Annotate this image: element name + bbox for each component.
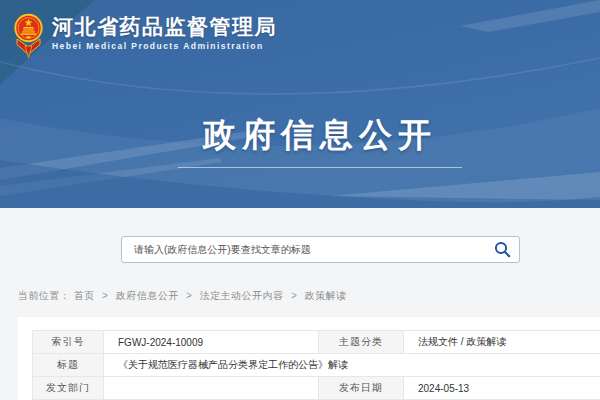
table-row: 标题 《关于规范医疗器械产品分类界定工作的公告》解读 bbox=[33, 354, 600, 377]
national-emblem-icon bbox=[13, 13, 44, 58]
issuing-department-label: 发文部门 bbox=[33, 377, 104, 400]
breadcrumb-item-gov-info[interactable]: 政府信息公开 bbox=[116, 290, 179, 301]
search-button[interactable] bbox=[485, 237, 519, 262]
title-label: 标题 bbox=[33, 354, 104, 377]
publish-date-value: 2024-05-13 bbox=[404, 377, 600, 400]
publish-date-label: 发布日期 bbox=[319, 377, 404, 400]
breadcrumb-separator: > bbox=[186, 290, 192, 301]
org-name-en: Hebei Medical Products Administration bbox=[52, 41, 277, 51]
breadcrumb-label: 当前位置： bbox=[18, 290, 71, 301]
topic-category-value: 法规文件 / 政策解读 bbox=[404, 331, 600, 354]
topic-category-label: 主题分类 bbox=[319, 331, 404, 354]
content-panel: 索引号 FGWJ-2024-10009 主题分类 法规文件 / 政策解读 标题 … bbox=[18, 317, 600, 400]
breadcrumb-separator: > bbox=[291, 290, 297, 301]
breadcrumb-item-policy-interpretation: 政策解读 bbox=[305, 290, 347, 301]
search-input[interactable] bbox=[122, 237, 485, 262]
index-number-value: FGWJ-2024-10009 bbox=[104, 331, 319, 354]
breadcrumb-item-home[interactable]: 首页 bbox=[74, 290, 95, 301]
title-value: 《关于规范医疗器械产品分类界定工作的公告》解读 bbox=[104, 354, 600, 377]
site-logo[interactable]: 河北省药品监督管理局 Hebei Medical Products Admini… bbox=[13, 13, 277, 58]
page: 河北省药品监督管理局 Hebei Medical Products Admini… bbox=[0, 0, 600, 400]
breadcrumb: 当前位置： 首页 > 政府信息公开 > 法定主动公开内容 > 政策解读 bbox=[18, 289, 347, 303]
org-name-zh: 河北省药品监督管理局 bbox=[52, 16, 277, 38]
banner: 政府信息公开 bbox=[0, 113, 600, 168]
search-bar bbox=[121, 236, 520, 263]
site-title-block: 河北省药品监督管理局 Hebei Medical Products Admini… bbox=[52, 13, 277, 51]
issuing-department-value bbox=[104, 377, 319, 400]
index-number-label: 索引号 bbox=[33, 331, 104, 354]
document-info-table: 索引号 FGWJ-2024-10009 主题分类 法规文件 / 政策解读 标题 … bbox=[32, 330, 600, 400]
table-row: 发文部门 发布日期 2024-05-13 bbox=[33, 377, 600, 400]
site-header: 河北省药品监督管理局 Hebei Medical Products Admini… bbox=[0, 0, 600, 208]
banner-underline bbox=[178, 167, 462, 168]
breadcrumb-separator: > bbox=[102, 290, 108, 301]
banner-title: 政府信息公开 bbox=[0, 113, 600, 158]
search-icon bbox=[494, 241, 511, 258]
table-row: 索引号 FGWJ-2024-10009 主题分类 法规文件 / 政策解读 bbox=[33, 331, 600, 354]
breadcrumb-item-disclosure-content[interactable]: 法定主动公开内容 bbox=[200, 290, 284, 301]
